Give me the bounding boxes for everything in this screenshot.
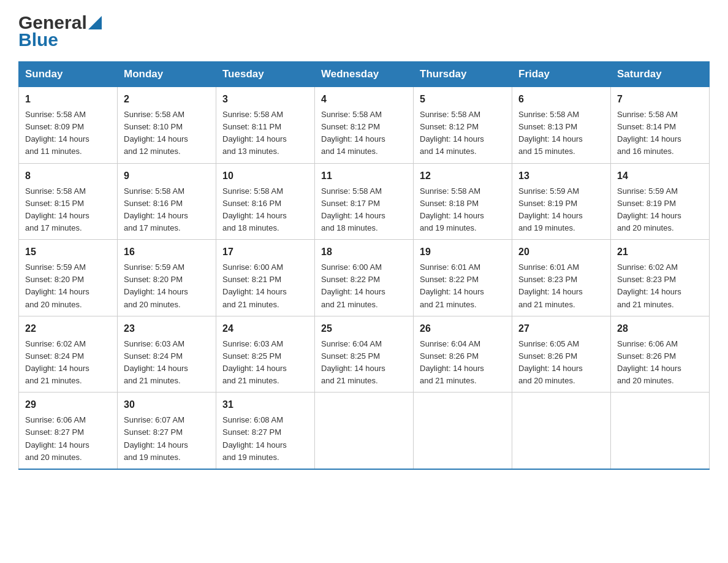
day-number: 13: [518, 169, 604, 183]
column-header-thursday: Thursday: [414, 62, 512, 87]
day-number: 12: [420, 169, 506, 183]
calendar-cell: 31Sunrise: 6:08 AMSunset: 8:27 PMDayligh…: [216, 393, 315, 469]
calendar-header-row: SundayMondayTuesdayWednesdayThursdayFrid…: [19, 62, 710, 87]
calendar-cell: 23Sunrise: 6:03 AMSunset: 8:24 PMDayligh…: [118, 316, 216, 393]
week-row-4: 22Sunrise: 6:02 AMSunset: 8:24 PMDayligh…: [19, 316, 710, 393]
day-number: 9: [124, 169, 210, 183]
column-header-tuesday: Tuesday: [216, 62, 315, 87]
day-info: Sunrise: 5:59 AMSunset: 8:20 PMDaylight:…: [124, 261, 210, 311]
day-info: Sunrise: 5:58 AMSunset: 8:10 PMDaylight:…: [124, 109, 210, 158]
day-number: 20: [518, 245, 604, 259]
header: General Blue: [18, 12, 710, 50]
day-info: Sunrise: 6:02 AMSunset: 8:24 PMDaylight:…: [25, 338, 111, 388]
day-info: Sunrise: 6:04 AMSunset: 8:25 PMDaylight:…: [321, 338, 407, 388]
calendar-cell: 3Sunrise: 5:58 AMSunset: 8:11 PMDaylight…: [216, 87, 315, 164]
calendar-cell: 27Sunrise: 6:05 AMSunset: 8:26 PMDayligh…: [512, 316, 611, 393]
day-number: 8: [25, 169, 111, 183]
day-info: Sunrise: 6:04 AMSunset: 8:26 PMDaylight:…: [420, 338, 506, 388]
calendar-cell: 30Sunrise: 6:07 AMSunset: 8:27 PMDayligh…: [118, 393, 216, 469]
day-number: 3: [222, 92, 308, 107]
calendar-cell: 15Sunrise: 5:59 AMSunset: 8:20 PMDayligh…: [19, 240, 118, 316]
calendar-cell: 20Sunrise: 6:01 AMSunset: 8:23 PMDayligh…: [512, 240, 611, 316]
day-number: 26: [420, 321, 506, 336]
day-info: Sunrise: 6:03 AMSunset: 8:24 PMDaylight:…: [124, 338, 210, 388]
calendar-cell: 13Sunrise: 5:59 AMSunset: 8:19 PMDayligh…: [512, 163, 611, 240]
day-info: Sunrise: 6:01 AMSunset: 8:23 PMDaylight:…: [518, 261, 604, 311]
calendar-cell: 25Sunrise: 6:04 AMSunset: 8:25 PMDayligh…: [315, 316, 414, 393]
calendar-cell: 11Sunrise: 5:58 AMSunset: 8:17 PMDayligh…: [315, 163, 414, 240]
logo-blue-text: Blue: [18, 29, 58, 50]
calendar-cell: 14Sunrise: 5:59 AMSunset: 8:19 PMDayligh…: [611, 163, 710, 240]
day-number: 11: [321, 169, 407, 183]
calendar-cell: 9Sunrise: 5:58 AMSunset: 8:16 PMDaylight…: [118, 163, 216, 240]
calendar-cell: 24Sunrise: 6:03 AMSunset: 8:25 PMDayligh…: [216, 316, 315, 393]
day-info: Sunrise: 6:06 AMSunset: 8:26 PMDaylight:…: [617, 338, 703, 388]
day-number: 17: [222, 245, 308, 259]
day-info: Sunrise: 5:58 AMSunset: 8:12 PMDaylight:…: [420, 109, 506, 158]
day-number: 30: [124, 397, 210, 412]
calendar-cell: 10Sunrise: 5:58 AMSunset: 8:16 PMDayligh…: [216, 163, 315, 240]
day-info: Sunrise: 5:58 AMSunset: 8:11 PMDaylight:…: [222, 109, 308, 158]
day-info: Sunrise: 5:58 AMSunset: 8:09 PMDaylight:…: [25, 109, 111, 158]
day-number: 22: [25, 321, 111, 336]
calendar-cell: 29Sunrise: 6:06 AMSunset: 8:27 PMDayligh…: [19, 393, 118, 469]
day-number: 2: [124, 92, 210, 107]
day-info: Sunrise: 6:00 AMSunset: 8:22 PMDaylight:…: [321, 261, 407, 311]
calendar-cell: 8Sunrise: 5:58 AMSunset: 8:15 PMDaylight…: [19, 163, 118, 240]
calendar-cell: 22Sunrise: 6:02 AMSunset: 8:24 PMDayligh…: [19, 316, 118, 393]
day-number: 15: [25, 245, 111, 259]
day-info: Sunrise: 6:08 AMSunset: 8:27 PMDaylight:…: [222, 414, 308, 464]
day-number: 7: [617, 92, 703, 107]
calendar-table: SundayMondayTuesdayWednesdayThursdayFrid…: [18, 61, 710, 470]
day-number: 29: [25, 397, 111, 412]
column-header-sunday: Sunday: [19, 62, 118, 87]
calendar-cell: 18Sunrise: 6:00 AMSunset: 8:22 PMDayligh…: [315, 240, 414, 316]
day-number: 28: [617, 321, 703, 336]
day-number: 23: [124, 321, 210, 336]
day-info: Sunrise: 6:03 AMSunset: 8:25 PMDaylight:…: [222, 338, 308, 388]
day-info: Sunrise: 6:05 AMSunset: 8:26 PMDaylight:…: [518, 338, 604, 388]
day-number: 10: [222, 169, 308, 183]
day-info: Sunrise: 5:59 AMSunset: 8:20 PMDaylight:…: [25, 261, 111, 311]
day-number: 19: [420, 245, 506, 259]
day-info: Sunrise: 5:58 AMSunset: 8:14 PMDaylight:…: [617, 109, 703, 158]
day-number: 18: [321, 245, 407, 259]
logo-triangle-icon: [88, 16, 102, 29]
calendar-cell: 1Sunrise: 5:58 AMSunset: 8:09 PMDaylight…: [19, 87, 118, 164]
day-info: Sunrise: 6:06 AMSunset: 8:27 PMDaylight:…: [25, 414, 111, 464]
day-number: 31: [222, 397, 308, 412]
calendar-cell: 16Sunrise: 5:59 AMSunset: 8:20 PMDayligh…: [118, 240, 216, 316]
column-header-monday: Monday: [118, 62, 216, 87]
day-info: Sunrise: 6:01 AMSunset: 8:22 PMDaylight:…: [420, 261, 506, 311]
calendar-cell: [611, 393, 710, 469]
calendar-cell: 5Sunrise: 5:58 AMSunset: 8:12 PMDaylight…: [414, 87, 512, 164]
calendar-cell: 4Sunrise: 5:58 AMSunset: 8:12 PMDaylight…: [315, 87, 414, 164]
day-info: Sunrise: 5:58 AMSunset: 8:15 PMDaylight:…: [25, 185, 111, 235]
calendar-cell: 12Sunrise: 5:58 AMSunset: 8:18 PMDayligh…: [414, 163, 512, 240]
day-info: Sunrise: 5:58 AMSunset: 8:17 PMDaylight:…: [321, 185, 407, 235]
day-number: 5: [420, 92, 506, 107]
column-header-friday: Friday: [512, 62, 611, 87]
week-row-5: 29Sunrise: 6:06 AMSunset: 8:27 PMDayligh…: [19, 393, 710, 469]
day-info: Sunrise: 5:58 AMSunset: 8:16 PMDaylight:…: [124, 185, 210, 235]
column-header-saturday: Saturday: [611, 62, 710, 87]
calendar-cell: 21Sunrise: 6:02 AMSunset: 8:23 PMDayligh…: [611, 240, 710, 316]
calendar-cell: 6Sunrise: 5:58 AMSunset: 8:13 PMDaylight…: [512, 87, 611, 164]
week-row-3: 15Sunrise: 5:59 AMSunset: 8:20 PMDayligh…: [19, 240, 710, 316]
day-number: 4: [321, 92, 407, 107]
day-number: 16: [124, 245, 210, 259]
day-number: 21: [617, 245, 703, 259]
week-row-1: 1Sunrise: 5:58 AMSunset: 8:09 PMDaylight…: [19, 87, 710, 164]
day-number: 27: [518, 321, 604, 336]
day-info: Sunrise: 6:07 AMSunset: 8:27 PMDaylight:…: [124, 414, 210, 464]
logo: General Blue: [18, 12, 102, 50]
day-number: 24: [222, 321, 308, 336]
day-info: Sunrise: 5:58 AMSunset: 8:18 PMDaylight:…: [420, 185, 506, 235]
day-info: Sunrise: 5:58 AMSunset: 8:16 PMDaylight:…: [222, 185, 308, 235]
day-number: 25: [321, 321, 407, 336]
day-info: Sunrise: 6:00 AMSunset: 8:21 PMDaylight:…: [222, 261, 308, 311]
calendar-cell: 26Sunrise: 6:04 AMSunset: 8:26 PMDayligh…: [414, 316, 512, 393]
day-info: Sunrise: 5:58 AMSunset: 8:12 PMDaylight:…: [321, 109, 407, 158]
svg-marker-0: [88, 16, 102, 29]
column-header-wednesday: Wednesday: [315, 62, 414, 87]
